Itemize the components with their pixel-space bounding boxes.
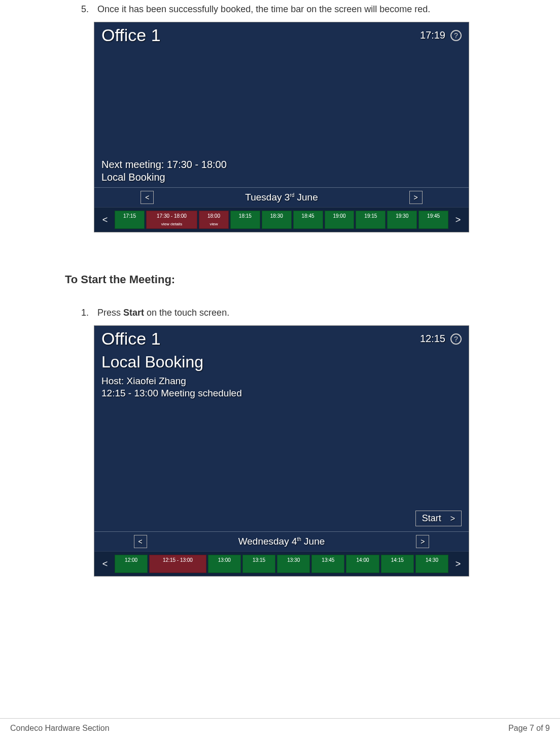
slot-time: 18:45 bbox=[302, 213, 314, 219]
date-display: Wednesday 4th June bbox=[157, 536, 406, 547]
slot-time: 12:00 bbox=[125, 557, 137, 563]
start-button[interactable]: Start > bbox=[415, 511, 462, 526]
slot-time: 12:15 - 13:00 bbox=[163, 557, 193, 563]
timeline: < 12:0012:15 - 13:0013:0013:1513:3013:45… bbox=[94, 551, 469, 576]
time-slot[interactable]: 14:30 bbox=[415, 555, 448, 573]
section-heading: To Start the Meeting: bbox=[65, 273, 540, 286]
slot-subtext: view details bbox=[161, 222, 182, 226]
slot-time: 13:45 bbox=[322, 557, 334, 563]
step-1: 1. Press Start on the touch screen. bbox=[81, 307, 540, 319]
footer-right: Page 7 of 9 bbox=[508, 724, 550, 733]
footer-left: Condeco Hardware Section bbox=[10, 724, 110, 733]
next-meeting: Next meeting: 17:30 - 18:00 bbox=[94, 159, 469, 172]
time-slot[interactable]: 13:00 bbox=[208, 555, 241, 573]
page-footer: Condeco Hardware Section Page 7 of 9 bbox=[0, 718, 560, 733]
time-slot[interactable]: 18:00view bbox=[199, 211, 229, 229]
clock: 12:15 bbox=[420, 333, 445, 345]
slot-time: 17:30 - 18:00 bbox=[157, 213, 187, 219]
timeline-prev-button[interactable]: < bbox=[97, 555, 113, 573]
date-prev-button[interactable]: < bbox=[141, 191, 154, 204]
time-slot[interactable]: 13:45 bbox=[311, 555, 344, 573]
slot-time: 18:00 bbox=[207, 213, 220, 219]
time-slot[interactable]: 19:30 bbox=[387, 211, 417, 229]
booking-title: Local Booking bbox=[94, 351, 469, 373]
time-slot[interactable]: 14:00 bbox=[346, 555, 379, 573]
room-name: Office 1 bbox=[101, 329, 161, 349]
step-number: 5. bbox=[81, 3, 95, 16]
slot-time: 14:30 bbox=[426, 557, 438, 563]
time-slot[interactable]: 19:00 bbox=[325, 211, 355, 229]
step-number: 1. bbox=[81, 307, 95, 319]
slot-time: 13:00 bbox=[218, 557, 231, 563]
clock: 17:19 bbox=[420, 29, 445, 41]
touchscreen-start: Office 1 12:15 ? Local Booking Host: Xia… bbox=[94, 325, 469, 577]
step-5: 5. Once it has been successfully booked,… bbox=[81, 3, 540, 16]
slot-time: 19:30 bbox=[396, 213, 408, 219]
slot-time: 18:30 bbox=[270, 213, 283, 219]
time-slot[interactable]: 12:15 - 13:00 bbox=[149, 555, 206, 573]
time-slot[interactable]: 18:15 bbox=[230, 211, 260, 229]
time-slot[interactable]: 17:30 - 18:00view details bbox=[146, 211, 197, 229]
time-slot[interactable]: 13:30 bbox=[277, 555, 310, 573]
help-icon[interactable]: ? bbox=[450, 30, 462, 41]
time-slot[interactable]: 19:45 bbox=[418, 211, 448, 229]
slot-time: 14:15 bbox=[391, 557, 404, 563]
host-line: Host: Xiaofei Zhang bbox=[94, 373, 469, 388]
schedule-line: 12:15 - 13:00 Meeting scheduled bbox=[94, 388, 469, 404]
slot-time: 14:00 bbox=[357, 557, 369, 563]
step-text: Once it has been successfully booked, th… bbox=[97, 3, 540, 16]
slot-time: 13:30 bbox=[287, 557, 300, 563]
slot-time: 19:15 bbox=[364, 213, 377, 219]
time-slot[interactable]: 12:00 bbox=[115, 555, 148, 573]
date-next-button[interactable]: > bbox=[409, 191, 423, 204]
touchscreen-booked: Office 1 17:19 ? Next meeting: 17:30 - 1… bbox=[94, 22, 469, 232]
start-label: Start bbox=[422, 513, 441, 524]
timeline-prev-button[interactable]: < bbox=[97, 211, 113, 229]
time-slot[interactable]: 13:15 bbox=[242, 555, 275, 573]
time-slot[interactable]: 14:15 bbox=[381, 555, 414, 573]
slot-time: 18:15 bbox=[239, 213, 252, 219]
date-display: Tuesday 3rd June bbox=[164, 192, 399, 203]
time-slot[interactable]: 18:45 bbox=[293, 211, 323, 229]
help-icon[interactable]: ? bbox=[450, 333, 462, 345]
time-slot[interactable]: 17:15 bbox=[115, 211, 145, 229]
slot-time: 19:00 bbox=[333, 213, 345, 219]
time-slot[interactable]: 18:30 bbox=[262, 211, 292, 229]
room-name: Office 1 bbox=[101, 25, 161, 45]
slot-time: 13:15 bbox=[253, 557, 265, 563]
timeline: < 17:1517:30 - 18:00view details18:00vie… bbox=[94, 207, 469, 232]
slot-subtext: view bbox=[209, 222, 218, 226]
booking-title: Local Booking bbox=[94, 172, 469, 187]
step-text: Press Start on the touch screen. bbox=[97, 307, 540, 319]
timeline-next-button[interactable]: > bbox=[450, 555, 466, 573]
timeline-next-button[interactable]: > bbox=[450, 211, 466, 229]
date-next-button[interactable]: > bbox=[416, 535, 429, 548]
slot-time: 17:15 bbox=[123, 213, 136, 219]
chevron-right-icon: > bbox=[450, 514, 455, 523]
date-prev-button[interactable]: < bbox=[134, 535, 147, 548]
time-slot[interactable]: 19:15 bbox=[356, 211, 386, 229]
slot-time: 19:45 bbox=[427, 213, 440, 219]
